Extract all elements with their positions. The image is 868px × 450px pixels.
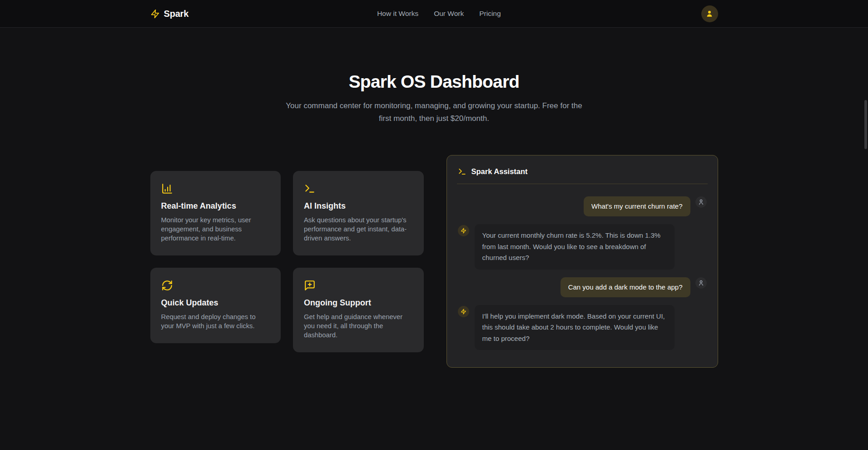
assistant-avatar (458, 306, 469, 317)
page-title: Spark OS Dashboard (0, 72, 868, 92)
assistant-panel-title: Spark Assistant (471, 167, 528, 176)
assistant-message-bubble: Your current monthly churn rate is 5.2%.… (475, 224, 675, 270)
lightning-icon (461, 309, 466, 315)
account-avatar-button[interactable] (701, 5, 718, 22)
user-icon (698, 199, 704, 205)
user-icon (698, 280, 704, 286)
feature-card-ai-insights: AI Insights Ask questions about your sta… (293, 171, 424, 255)
hero-subtitle: Your command center for monitoring, mana… (280, 100, 589, 125)
refresh-icon (161, 280, 173, 291)
chat-message-assistant: Your current monthly churn rate is 5.2%.… (458, 224, 707, 270)
feature-description: Monitor your key metrics, user engagemen… (161, 215, 270, 243)
chart-column-icon (161, 183, 173, 195)
feature-title: Real-time Analytics (161, 201, 270, 211)
feature-description: Request and deploy changes to your MVP w… (161, 312, 270, 330)
assistant-panel-header: Spark Assistant (447, 155, 718, 176)
nav-link-our-work[interactable]: Our Work (434, 10, 464, 18)
chat-messages: What's my current churn rate? Your curre… (447, 184, 718, 360)
lightning-icon (461, 228, 466, 234)
terminal-icon (458, 167, 466, 176)
nav-links: How it Works Our Work Pricing (377, 0, 501, 27)
feature-card-real-time-analytics: Real-time Analytics Monitor your key met… (150, 171, 281, 255)
navbar-inner: Spark How it Works Our Work Pricing (150, 0, 718, 27)
user-avatar (695, 196, 707, 208)
feature-title: Ongoing Support (304, 298, 413, 308)
features-grid: Real-time Analytics Monitor your key met… (150, 171, 424, 352)
chat-message-user: What's my current churn rate? (458, 196, 707, 216)
assistant-avatar (458, 225, 469, 236)
message-square-plus-icon (304, 280, 316, 291)
user-icon (705, 10, 714, 18)
terminal-icon (304, 183, 316, 195)
feature-title: Quick Updates (161, 298, 270, 308)
spark-assistant-panel: Spark Assistant What's my current churn … (446, 155, 718, 368)
navbar: Spark How it Works Our Work Pricing (0, 0, 868, 28)
assistant-message-bubble: I'll help you implement dark mode. Based… (475, 305, 675, 350)
lightning-icon (150, 9, 160, 19)
hero-section: Spark OS Dashboard Your command center f… (0, 72, 868, 125)
chat-message-user: Can you add a dark mode to the app? (458, 277, 707, 297)
content-row: Real-time Analytics Monitor your key met… (150, 155, 718, 368)
main-content: Spark OS Dashboard Your command center f… (0, 72, 868, 368)
feature-card-ongoing-support: Ongoing Support Get help and guidance wh… (293, 268, 424, 352)
brand-name: Spark (164, 9, 189, 19)
feature-card-quick-updates: Quick Updates Request and deploy changes… (150, 268, 281, 343)
scrollbar-thumb[interactable] (864, 100, 867, 149)
feature-title: AI Insights (304, 201, 413, 211)
nav-link-pricing[interactable]: Pricing (479, 10, 501, 18)
feature-description: Get help and guidance whenever you need … (304, 312, 413, 340)
user-message-bubble: What's my current churn rate? (584, 196, 690, 216)
brand-logo[interactable]: Spark (150, 9, 189, 19)
user-message-bubble: Can you add a dark mode to the app? (560, 277, 690, 297)
feature-description: Ask questions about your startup's perfo… (304, 215, 413, 243)
user-avatar (695, 277, 707, 289)
nav-link-how-it-works[interactable]: How it Works (377, 10, 418, 18)
chat-message-assistant: I'll help you implement dark mode. Based… (458, 305, 707, 350)
